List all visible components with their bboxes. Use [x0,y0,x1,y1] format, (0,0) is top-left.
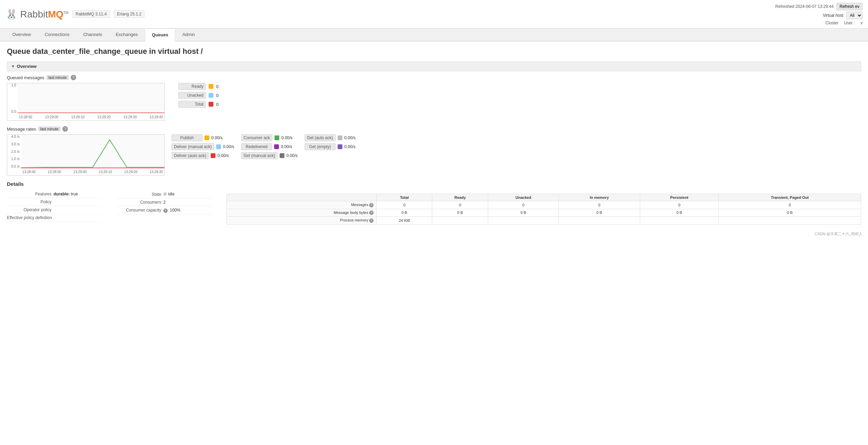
body-bytes-help-icon[interactable]: ? [369,211,374,215]
ry-3: 2.0 /s [11,150,20,154]
messages-persistent: 0 [640,201,718,209]
rates-chart: 4.0 /s 3.0 /s 2.0 /s 1.0 /s 0.0 /s [7,134,165,176]
rx-1: 13:28:40 [22,170,36,174]
rate-get-manual-label: Get (manual ack) [241,152,278,159]
cluster-user-row: Cluster User : v [825,21,863,25]
messages-transient: 0 [719,201,861,209]
refreshed-time: Refreshed 2024-06-07 13:29:44 [775,4,834,9]
col-empty [227,194,377,201]
messages-help-icon[interactable]: ? [369,203,374,207]
get-auto-color [338,135,342,140]
nav-exchanges[interactable]: Exchanges [109,28,144,41]
message-rates-help[interactable]: ? [62,126,68,132]
body-bytes-total: 0 B [377,209,432,217]
section-arrow-icon: ▼ [11,64,15,68]
rates-legend: Publish 0.00/s Deliver (manual ack) 0.00… [172,134,861,159]
process-memory-help-icon[interactable]: ? [369,218,374,223]
y-label-top: 1.0 [11,83,16,87]
rate-publish: Publish 0.00/s [172,134,234,141]
refresh-info: Refreshed 2024-06-07 13:29:44 Refresh ev [775,3,863,10]
queued-messages-help[interactable]: ? [71,75,76,80]
rate-consumer-ack-value: 0.00/s [281,135,293,140]
features-label: Features [7,192,51,196]
logo-area: 🐰 RabbitMQTM RabbitMQ 3.11.4 Erlang 25.1… [5,9,144,20]
consumer-capacity-help[interactable]: ? [163,208,168,213]
deliver-manual-color [216,144,221,149]
rx-2: 13:28:50 [48,170,61,174]
body-bytes-ready: 0 B [432,209,488,217]
rate-consumer-ack: Consumer ack 0.00/s [241,134,298,141]
features-value: durable: true [54,192,78,196]
rate-get-empty-value: 0.00/s [344,144,356,149]
queued-chart-svg [17,83,164,113]
footer: CSDN @天草二十六_简村人 [0,230,868,238]
legend-ready: Ready 0 [178,83,861,90]
chart-x-labels: 13:28:50 13:29:00 13:29:10 13:29:20 13:2… [17,113,164,120]
details-left: Features durable: true Policy Operator p… [7,190,103,225]
process-memory-persistent [640,217,718,225]
title-prefix: Queue [7,47,30,56]
ready-color-box [209,84,213,89]
state-text: idle [168,192,175,196]
col-in-memory: In memory [559,194,640,201]
detail-operator-policy: Operator policy [7,206,103,214]
logo: 🐰 RabbitMQTM [5,9,68,20]
queued-messages-row: 1.0 0.0 13:28:50 13:29:00 13:29:10 13:29… [7,83,861,121]
nav-connections[interactable]: Connections [38,28,76,41]
body-bytes-transient: 0 B [719,209,861,217]
title-suffix: in virtual host / [149,47,203,56]
effective-policy-label: Effective policy definition [7,215,52,220]
legend-total: Total 0 [178,101,861,108]
stats-area: Total Ready Unacked In memory Persistent… [226,190,861,225]
rate-get-empty-label: Get (empty) [305,143,336,150]
rate-get-manual: Get (manual ack) 0.00/s [241,152,298,159]
consumer-ack-color [274,135,279,140]
nav-admin[interactable]: Admin [175,28,202,41]
queued-messages-label: Queued messages [7,75,44,80]
state-value: idle [163,192,175,196]
rates-col-3: Get (auto ack) 0.00/s Get (empty) 0.00/s [305,134,356,159]
rate-publish-label: Publish [172,134,202,141]
rates-col-1: Publish 0.00/s Deliver (manual ack) 0.00… [172,134,234,159]
rate-get-auto-value: 0.00/s [344,135,356,140]
ry-1: 4.0 /s [11,135,20,139]
rate-deliver-auto-label: Deliver (auto ack) [172,152,209,159]
virtual-host-select[interactable]: All [846,12,863,19]
virtual-host-label: Virtual host [823,13,843,18]
rabbitmq-version: RabbitMQ 3.11.4 [72,10,110,18]
user-label: User : [844,21,855,25]
consumers-value: 2 [163,200,166,205]
col-unacked: Unacked [488,194,559,201]
table-row-process-memory: Process memory ? 24 KiB [227,217,861,225]
legend-total-label: Total [178,101,206,108]
rx-6: 13:29:30 [150,170,163,174]
total-color-box [209,102,213,107]
rate-deliver-manual-value: 0.00/s [223,144,234,149]
rate-consumer-ack-label: Consumer ack [241,134,272,141]
body-bytes-in-memory: 0 B [559,209,640,217]
messages-total: 0 [377,201,432,209]
nav-overview[interactable]: Overview [5,28,38,41]
ry-2: 3.0 /s [11,142,20,146]
rx-3: 13:29:00 [73,170,86,174]
col-ready: Ready [432,194,488,201]
rx-5: 13:29:20 [124,170,138,174]
policy-label: Policy [7,200,51,204]
message-rates-label: Message rates [7,127,36,132]
page-title: Queue data_center_file_change_queue in v… [7,47,861,56]
detail-features: Features durable: true [7,190,103,198]
queue-name: data_center_file_change_queue [33,47,147,56]
rates-y-labels: 4.0 /s 3.0 /s 2.0 /s 1.0 /s 0.0 /s [7,135,21,168]
consumers-label: Consumers [117,200,161,205]
ry-5: 0.0 /s [11,165,20,168]
nav-channels[interactable]: Channels [76,28,109,41]
rate-deliver-auto: Deliver (auto ack) 0.00/s [172,152,234,159]
process-memory-transient [719,217,861,225]
rates-chart-inner [21,135,164,168]
overview-section-label: Overview [17,64,37,69]
cluster-label: Cluster [825,21,838,25]
nav-queues[interactable]: Queues [145,28,176,41]
refresh-button[interactable]: Refresh ev [836,3,863,10]
legend-unacked-label: Unacked [178,92,206,99]
overview-section-header[interactable]: ▼ Overview [7,61,861,71]
